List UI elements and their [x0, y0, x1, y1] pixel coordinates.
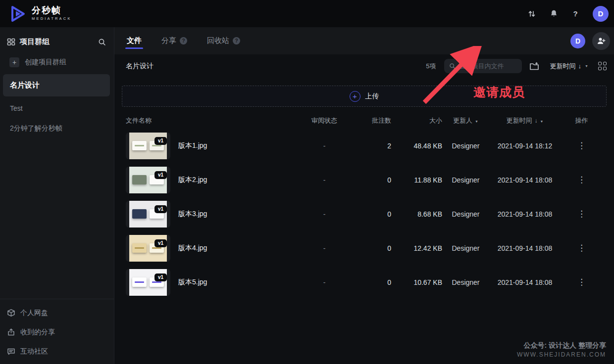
updated-by: Designer	[442, 278, 489, 286]
create-project-group-button[interactable]: + 创建项目群组	[0, 53, 114, 74]
table-row[interactable]: v1 版本1.jpg - 2 48.48 KB Designer 2021-09…	[126, 129, 603, 163]
chevron-down-icon: ▼	[475, 120, 478, 123]
comment-count: 0	[364, 278, 391, 286]
review-status: -	[285, 244, 364, 252]
col-header-actions: 操作	[561, 116, 603, 125]
table-header-row: 文件名称 审阅状态 批注数 大小 更新人▼ 更新时间↓▼ 操作	[126, 113, 603, 129]
sidebar-title: 项目群组	[20, 37, 94, 46]
file-name[interactable]: 版本2.jpg	[178, 176, 207, 184]
search-icon	[449, 63, 456, 69]
review-status: -	[285, 142, 364, 150]
new-folder-button[interactable]	[529, 62, 539, 71]
row-actions-button[interactable]: ⋮	[574, 243, 589, 253]
updated-time: 2021-09-14 18:08	[489, 244, 561, 252]
file-thumbnail[interactable]: v1	[126, 269, 170, 296]
tabs-bar: 文件 分享 ? 回收站 ? D	[114, 27, 614, 54]
brand-logo-icon	[9, 5, 27, 23]
tab-shares[interactable]: 分享 ?	[161, 27, 187, 54]
file-size: 11.88 KB	[391, 176, 442, 184]
thumbnail-image	[129, 133, 167, 159]
sidebar-item-personal-drive[interactable]: 个人网盘	[0, 303, 114, 322]
row-actions-button[interactable]: ⋮	[574, 277, 589, 287]
grid-view-toggle[interactable]	[598, 62, 607, 71]
item-count: 5项	[426, 62, 436, 71]
table-row[interactable]: v1 版本4.jpg - 0 12.42 KB Designer 2021-09…	[126, 231, 603, 265]
comment-count: 0	[364, 244, 391, 252]
thumbnail-image	[129, 235, 167, 262]
file-name[interactable]: 版本5.jpg	[178, 278, 207, 287]
sidebar-item-business-card-design[interactable]: 名片设计	[3, 74, 110, 96]
version-badge: v1	[154, 205, 167, 213]
col-header-name: 文件名称	[126, 116, 285, 125]
cube-icon	[7, 309, 15, 317]
row-actions-button[interactable]: ⋮	[574, 209, 589, 219]
chevron-down-icon: ▼	[540, 120, 544, 123]
updated-by: Designer	[442, 244, 489, 252]
updated-by: Designer	[442, 210, 489, 218]
col-header-size: 大小	[391, 116, 442, 125]
sort-direction-icon: ↓	[578, 62, 582, 70]
file-size: 8.68 KB	[391, 210, 442, 218]
file-name[interactable]: 版本4.jpg	[178, 244, 207, 253]
col-header-comments: 批注数	[364, 116, 391, 125]
row-actions-button[interactable]: ⋮	[574, 141, 589, 150]
sort-selector[interactable]: 更新时间 ↓ ▼	[550, 62, 588, 71]
sidebar-item-received-shares[interactable]: 收到的分享	[0, 322, 114, 342]
toolbar: 名片设计 5项 更新时间 ↓ ▼	[114, 54, 614, 78]
col-header-time[interactable]: 更新时间↓▼	[489, 116, 561, 125]
brand-name: 分秒帧	[32, 6, 72, 16]
top-bar: 分秒帧 MEDIATRACK ? D	[0, 0, 614, 27]
project-search[interactable]	[444, 59, 522, 73]
thumbnail-image	[129, 167, 167, 193]
help-icon[interactable]: ?	[571, 9, 580, 18]
user-avatar[interactable]: D	[593, 6, 609, 22]
version-badge: v1	[154, 137, 167, 145]
col-header-review: 审阅状态	[285, 116, 364, 125]
file-size: 12.42 KB	[391, 244, 442, 252]
chevron-down-icon: ▼	[585, 64, 588, 68]
project-groups-icon	[7, 38, 15, 46]
add-person-icon	[597, 37, 606, 46]
updated-by: Designer	[442, 176, 489, 184]
sidebar-item-community[interactable]: 互动社区	[0, 342, 114, 361]
updated-time: 2021-09-14 18:12	[489, 142, 561, 150]
file-thumbnail[interactable]: v1	[126, 133, 170, 159]
review-status: -	[285, 278, 364, 286]
row-actions-button[interactable]: ⋮	[574, 175, 589, 184]
search-input[interactable]	[459, 62, 517, 70]
chat-icon	[7, 347, 15, 356]
search-icon[interactable]	[98, 38, 106, 46]
plus-circle-icon: +	[350, 91, 360, 102]
invite-member-button[interactable]	[592, 32, 610, 50]
table-row[interactable]: v1 版本3.jpg - 0 8.68 KB Designer 2021-09-…	[126, 197, 603, 231]
table-row[interactable]: v1 版本2.jpg - 0 11.88 KB Designer 2021-09…	[126, 163, 603, 197]
updated-by: Designer	[442, 142, 489, 150]
review-status: -	[285, 176, 364, 184]
sidebar-item-tutorial[interactable]: 2分钟了解分秒帧	[0, 118, 114, 139]
sidebar-item-test[interactable]: Test	[0, 98, 114, 118]
tab-files[interactable]: 文件	[127, 27, 142, 54]
col-header-updater[interactable]: 更新人▼	[442, 116, 489, 125]
table-row[interactable]: v1 版本5.jpg - 0 10.67 KB Designer 2021-09…	[126, 265, 603, 299]
version-badge: v1	[154, 239, 167, 247]
tab-trash[interactable]: 回收站 ?	[207, 27, 240, 54]
file-name[interactable]: 版本3.jpg	[178, 210, 207, 219]
file-size: 10.67 KB	[391, 278, 442, 286]
member-avatar[interactable]: D	[570, 34, 585, 48]
file-thumbnail[interactable]: v1	[126, 235, 170, 262]
notifications-bell-icon[interactable]	[549, 9, 558, 18]
file-thumbnail[interactable]: v1	[126, 167, 170, 193]
watermark: 公众号: 设计达人 整理分享 WWW.SHEJIDAREN.COM	[517, 341, 606, 358]
file-table: 文件名称 审阅状态 批注数 大小 更新人▼ 更新时间↓▼ 操作 v1 版本1.j…	[126, 113, 603, 299]
sidebar: 项目群组 + 创建项目群组 名片设计 Test 2分钟了解分秒帧 个人网盘 收到…	[0, 27, 114, 364]
file-name[interactable]: 版本1.jpg	[178, 141, 207, 150]
upload-button[interactable]: + 上传	[122, 86, 607, 107]
file-thumbnail[interactable]: v1	[126, 201, 170, 228]
transfer-icon[interactable]	[527, 9, 536, 18]
project-title: 名片设计	[126, 62, 154, 71]
updated-time: 2021-09-14 18:08	[489, 210, 561, 218]
brand-logo[interactable]: 分秒帧 MEDIATRACK	[9, 5, 72, 23]
version-badge: v1	[154, 273, 167, 281]
share-icon	[7, 328, 15, 336]
help-badge-icon: ?	[233, 37, 240, 45]
